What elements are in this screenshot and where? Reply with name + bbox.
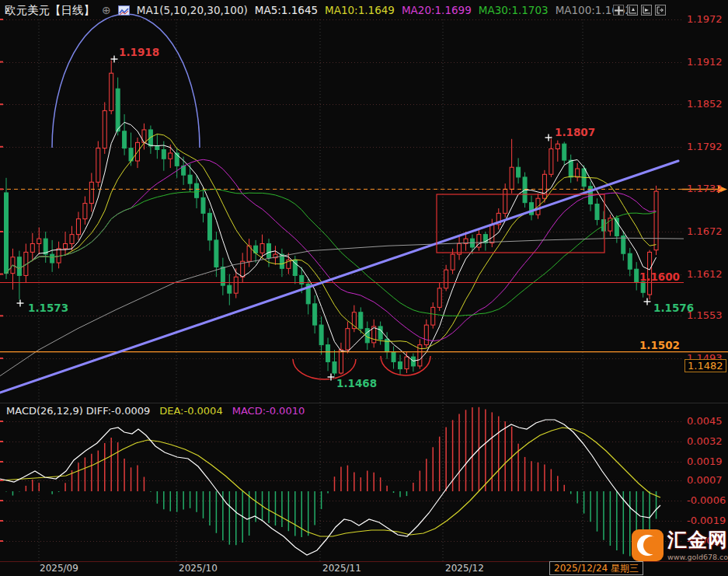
current-date-badge: 2025/12/24 星期三 <box>549 561 643 575</box>
price-annotation: 1.1576 <box>653 302 694 314</box>
chart-header: 欧元美元【日线】 ⊕ MA1(5,10,20,30,100) MA5:1.164… <box>5 2 632 18</box>
price-annotation: 1.1573 <box>28 302 68 314</box>
site-name: 汇金网 <box>667 529 728 551</box>
ma5-value: MA5:1.1645 <box>255 4 318 16</box>
scale-axis-right-icon[interactable] <box>641 5 652 16</box>
tick-label: 1.1792 <box>687 141 723 152</box>
price-axis-badge: 1.1482 <box>684 359 726 372</box>
date-tick: 2025/10 <box>179 563 218 574</box>
macd-dea-value: DEA:-0.0004 <box>159 405 222 417</box>
date-tick: 2025/09 <box>40 563 78 574</box>
date-tick: 2025/11 <box>322 563 361 574</box>
tick-label: -0.0006 <box>687 494 726 506</box>
macd-header: MACD(26,12,9) DIFF:-0.0009 DEA:-0.0004 M… <box>6 405 305 417</box>
price-annotation: 1.1918 <box>119 46 159 58</box>
price-annotation: 1.1600 <box>639 271 680 283</box>
tick-label: 1.1732 <box>687 183 723 194</box>
tick-label: 0.0032 <box>687 435 723 447</box>
tick-label: 0.0019 <box>687 456 723 467</box>
gold678-logo-icon <box>632 529 664 561</box>
tick-label: 0.0007 <box>687 474 723 486</box>
date-tick: 2025/12 <box>445 563 484 574</box>
tick-label: 1.1912 <box>687 56 723 68</box>
tick-label: 1.1852 <box>687 98 723 110</box>
chart-toolbar <box>613 5 666 16</box>
date-axis: 2025/09 2025/10 2025/11 2025/12 2025/12/… <box>0 561 728 576</box>
exit-chart-icon[interactable] <box>655 5 666 16</box>
macd-macd-value: MACD:-0.0010 <box>232 405 305 417</box>
price-annotation: 1.1807 <box>555 126 595 138</box>
tick-label: 1.1612 <box>687 268 723 280</box>
tick-label: 0.0045 <box>687 415 723 427</box>
ma10-value: MA10:1.1649 <box>325 4 395 16</box>
scale-axis-up-icon[interactable] <box>627 5 638 16</box>
trading-chart-app: 1.19721.19121.18521.17921.17321.16721.16… <box>0 0 728 576</box>
add-compare-icon[interactable]: ⊕ <box>102 4 111 16</box>
price-annotation: 1.1502 <box>639 339 680 351</box>
ma20-value: MA20:1.1699 <box>402 4 472 16</box>
symbol-title: 欧元美元【日线】 <box>5 3 95 18</box>
tick-label: -0.0019 <box>687 515 726 526</box>
price-annotation: 1.1468 <box>336 377 377 389</box>
chart-canvas[interactable]: 1.19721.19121.18521.17921.17321.16721.16… <box>0 0 728 576</box>
ma30-value: MA30:1.1703 <box>479 4 549 16</box>
chart-type-icon[interactable] <box>118 5 130 16</box>
tick-label: 1.1672 <box>687 225 723 237</box>
tick-label: 1.1972 <box>687 13 723 25</box>
site-watermark: 汇金网 www.gold678.com <box>632 529 726 565</box>
site-url: www.gold678.com <box>667 553 728 561</box>
ma-settings-label[interactable]: MA1(5,10,20,30,100) <box>137 4 248 16</box>
macd-title-diff: MACD(26,12,9) DIFF:-0.0009 <box>6 405 150 417</box>
move-tool-icon[interactable] <box>613 5 624 16</box>
